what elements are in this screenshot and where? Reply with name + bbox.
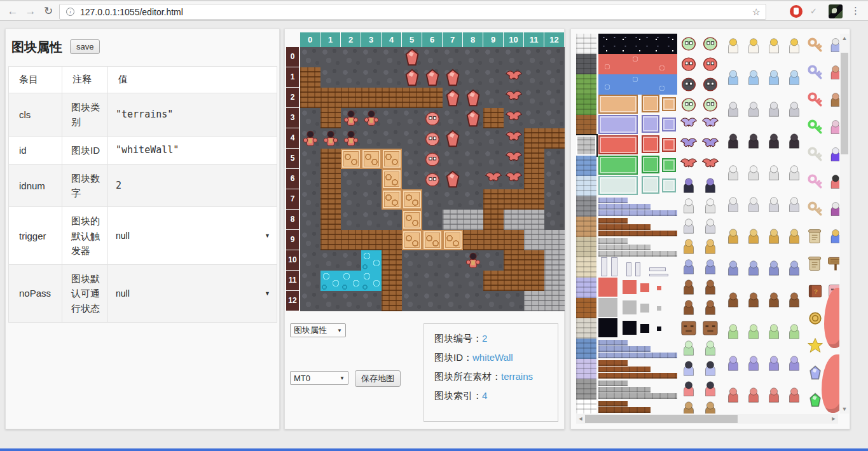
map-tile[interactable] bbox=[504, 230, 524, 250]
map-tile[interactable] bbox=[483, 128, 504, 149]
map-tile[interactable] bbox=[382, 189, 402, 210]
map-tile[interactable] bbox=[544, 250, 565, 271]
palette-character-imp-purple[interactable] bbox=[744, 354, 763, 382]
map-tile[interactable] bbox=[361, 67, 382, 88]
map-tile[interactable] bbox=[402, 88, 422, 108]
palette-character-skeleton-armed[interactable] bbox=[785, 195, 804, 223]
palette-character-dark-demon[interactable] bbox=[764, 131, 783, 159]
palette-shrink-block[interactable] bbox=[640, 283, 649, 292]
palette-step-strip[interactable] bbox=[598, 340, 628, 346]
palette-row-starry-sky[interactable] bbox=[598, 34, 677, 54]
palette-monster-purple-ghost[interactable] bbox=[679, 359, 698, 378]
palette-monster-red-bat[interactable] bbox=[701, 156, 720, 175]
map-tile[interactable] bbox=[504, 88, 524, 108]
palette-character-angel[interactable] bbox=[744, 36, 763, 64]
palette-terrain-grass[interactable] bbox=[576, 74, 596, 95]
palette-row-pillars[interactable] bbox=[598, 257, 677, 278]
palette-character-angel[interactable] bbox=[764, 36, 783, 64]
map-tile[interactable] bbox=[300, 47, 320, 67]
info-value[interactable]: 2 bbox=[482, 333, 487, 344]
map-tile[interactable] bbox=[524, 271, 544, 291]
palette-monster-red-ghost[interactable] bbox=[679, 379, 698, 398]
map-tile[interactable] bbox=[463, 47, 483, 67]
map-tile[interactable] bbox=[402, 169, 422, 189]
palette-terrain-purple-stripes[interactable] bbox=[576, 278, 596, 298]
vertical-scrollbar[interactable]: ▲ ▼ bbox=[840, 34, 849, 414]
palette-step-strip[interactable] bbox=[598, 346, 651, 352]
map-tile[interactable] bbox=[320, 108, 341, 128]
map-tile[interactable] bbox=[341, 149, 361, 169]
palette-step-strip[interactable] bbox=[598, 387, 651, 393]
map-tile[interactable] bbox=[341, 47, 361, 67]
map-tile[interactable] bbox=[524, 230, 544, 250]
palette-terrain-dirt[interactable] bbox=[576, 115, 596, 135]
map-tile[interactable] bbox=[504, 108, 524, 128]
map-tile[interactable] bbox=[443, 271, 463, 291]
palette-pillar[interactable] bbox=[635, 262, 640, 276]
map-tile[interactable] bbox=[463, 210, 483, 230]
palette-character-angel[interactable] bbox=[785, 36, 804, 64]
map-tile[interactable] bbox=[544, 108, 565, 128]
map-tile[interactable] bbox=[544, 230, 565, 250]
page-info-icon[interactable]: i bbox=[66, 8, 74, 16]
palette-row-starry-blocks[interactable] bbox=[598, 318, 677, 339]
map-tile[interactable] bbox=[504, 291, 524, 311]
palette-character-blue-skeleton[interactable] bbox=[785, 259, 804, 286]
map-tile[interactable] bbox=[361, 271, 382, 291]
palette-monster-purple-bat[interactable] bbox=[701, 135, 720, 154]
map-tile[interactable] bbox=[504, 250, 524, 271]
map-tile[interactable] bbox=[504, 47, 524, 67]
map-tile[interactable] bbox=[443, 88, 463, 108]
map-tile[interactable] bbox=[483, 250, 504, 271]
map-tile[interactable] bbox=[422, 210, 443, 230]
map-tile[interactable] bbox=[463, 291, 483, 311]
palette-character-golem-brown[interactable] bbox=[744, 290, 763, 318]
map-tile[interactable] bbox=[544, 47, 565, 67]
palette-autotile[interactable] bbox=[642, 156, 659, 173]
palette-terrain-wood-planks[interactable] bbox=[576, 217, 596, 237]
palette-monster-green-ghost[interactable] bbox=[701, 339, 720, 358]
palette-terrain-lavender[interactable] bbox=[576, 359, 596, 379]
palette-terrain-stone-floor[interactable] bbox=[576, 237, 596, 257]
map-tile[interactable] bbox=[361, 128, 382, 149]
palette-character-blue-skeleton[interactable] bbox=[724, 259, 743, 286]
palette-terrain-grass-2[interactable] bbox=[576, 95, 596, 115]
palette-character-blue-ghost[interactable] bbox=[764, 68, 783, 96]
palette-shrink-block[interactable] bbox=[623, 321, 637, 335]
palette-character-imp-red[interactable] bbox=[744, 386, 763, 414]
mode-select[interactable]: 图块属性▼ bbox=[290, 323, 346, 337]
map-tile[interactable] bbox=[443, 250, 463, 271]
property-value[interactable]: "whiteWall" bbox=[108, 136, 277, 164]
map-tile[interactable] bbox=[341, 250, 361, 271]
palette-autotile[interactable] bbox=[662, 178, 676, 192]
map-tile[interactable] bbox=[361, 169, 382, 189]
map-tile[interactable] bbox=[320, 149, 341, 169]
map-tile[interactable] bbox=[422, 149, 443, 169]
scroll-up-icon[interactable]: ▲ bbox=[840, 34, 849, 43]
map-tile[interactable] bbox=[320, 189, 341, 210]
palette-monster-red-bat[interactable] bbox=[679, 156, 698, 175]
map-tile[interactable] bbox=[483, 149, 504, 169]
palette-shrink-block[interactable] bbox=[598, 278, 617, 297]
palette-character-skeleton-white[interactable] bbox=[724, 163, 743, 191]
palette-step-strip[interactable] bbox=[598, 360, 628, 366]
palette-monster-red-ghost[interactable] bbox=[701, 379, 720, 398]
map-tile[interactable] bbox=[524, 169, 544, 189]
property-select-noPass[interactable]: null▼ bbox=[116, 288, 272, 299]
map-tile[interactable] bbox=[320, 250, 341, 271]
palette-step-strip[interactable] bbox=[598, 401, 628, 407]
map-tile[interactable] bbox=[483, 169, 504, 189]
property-value[interactable]: "terrains" bbox=[108, 93, 277, 137]
map-tile[interactable] bbox=[320, 169, 341, 189]
map-tile[interactable] bbox=[361, 250, 382, 271]
map-tile[interactable] bbox=[300, 88, 320, 108]
palette-terrain-gray[interactable] bbox=[576, 379, 596, 400]
palette-character-dark-demon[interactable] bbox=[744, 131, 763, 159]
info-value[interactable]: whiteWall bbox=[472, 352, 513, 363]
palette-character-white-knight[interactable] bbox=[724, 100, 743, 128]
palette-shrink-block[interactable] bbox=[598, 298, 617, 317]
palette-monster-big-slime[interactable] bbox=[679, 95, 698, 114]
palette-monster-purple-ghost[interactable] bbox=[701, 359, 720, 378]
map-tile[interactable] bbox=[341, 271, 361, 291]
palette-step-strip[interactable] bbox=[598, 210, 677, 216]
